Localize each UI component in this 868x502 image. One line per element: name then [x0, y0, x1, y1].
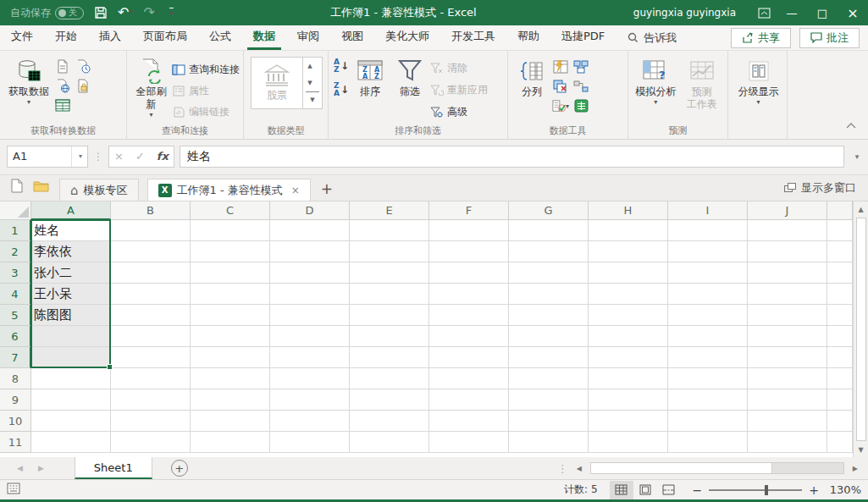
tab-split-handle[interactable]: ⋮: [557, 462, 568, 475]
cell-F1[interactable]: [429, 220, 509, 241]
from-web-icon[interactable]: [54, 77, 71, 94]
save-button[interactable]: [94, 6, 108, 19]
cell-H11[interactable]: [589, 432, 668, 453]
cell-G11[interactable]: [509, 432, 589, 453]
row-header-7[interactable]: 7: [0, 347, 31, 368]
cell-E6[interactable]: [350, 326, 429, 347]
cell-G8[interactable]: [509, 368, 589, 389]
remove-duplicates-icon[interactable]: [552, 78, 569, 95]
formula-bar-splitter[interactable]: ⋮: [93, 151, 103, 163]
cell-partial-1[interactable]: [827, 220, 853, 241]
cell-B3[interactable]: [111, 262, 191, 284]
cell-C6[interactable]: [191, 326, 270, 347]
cell-H8[interactable]: [589, 368, 668, 389]
cell-F5[interactable]: [429, 305, 509, 326]
normal-view-button[interactable]: [610, 481, 633, 499]
sort-ascending-button[interactable]: AZ↓: [334, 58, 349, 74]
cell-B9[interactable]: [111, 389, 191, 411]
cell-E9[interactable]: [350, 389, 429, 411]
cell-D10[interactable]: [270, 411, 350, 432]
cell-H10[interactable]: [589, 411, 668, 432]
col-header-partial[interactable]: [827, 201, 853, 220]
cell-B11[interactable]: [111, 432, 191, 453]
cell-I4[interactable]: [668, 284, 748, 305]
col-header-C[interactable]: C: [191, 201, 270, 220]
cell-F3[interactable]: [429, 262, 509, 284]
cell-A1[interactable]: 姓名: [31, 220, 111, 241]
cell-J11[interactable]: [748, 432, 827, 453]
next-sheet-icon[interactable]: ▶: [38, 464, 44, 472]
cell-F2[interactable]: [429, 241, 509, 262]
name-box-dropdown-icon[interactable]: ▾: [71, 146, 82, 167]
accessibility-status-icon[interactable]: [7, 483, 20, 497]
cell-partial-10[interactable]: [827, 411, 853, 432]
col-header-E[interactable]: E: [350, 201, 429, 220]
row-header-8[interactable]: 8: [0, 368, 31, 389]
cell-F6[interactable]: [429, 326, 509, 347]
consolidate-icon[interactable]: [572, 58, 589, 75]
cell-J6[interactable]: [748, 326, 827, 347]
account-user-name[interactable]: guyingxia guyingxia: [633, 7, 736, 19]
page-layout-view-button[interactable]: [633, 481, 657, 499]
confirm-entry-button[interactable]: ✓: [135, 150, 145, 163]
col-header-A[interactable]: A: [31, 201, 111, 220]
cell-partial-8[interactable]: [827, 368, 853, 389]
zoom-slider-thumb[interactable]: [765, 485, 768, 495]
close-document-tab-icon[interactable]: ×: [291, 185, 300, 196]
cell-G7[interactable]: [509, 347, 589, 368]
row-header-9[interactable]: 9: [0, 389, 31, 411]
cell-D9[interactable]: [270, 389, 350, 411]
col-header-J[interactable]: J: [748, 201, 827, 220]
page-break-view-button[interactable]: [657, 481, 681, 499]
redo-button[interactable]: ↷▾: [143, 6, 158, 19]
cell-D5[interactable]: [270, 305, 350, 326]
cell-C9[interactable]: [191, 389, 270, 411]
gallery-more-icon[interactable]: ▼: [306, 91, 319, 108]
cell-H5[interactable]: [589, 305, 668, 326]
sheet-tab-sheet1[interactable]: Sheet1: [75, 457, 152, 479]
cell-A11[interactable]: [31, 432, 111, 453]
cell-C1[interactable]: [191, 220, 270, 241]
minimize-button[interactable]: —: [777, 0, 807, 25]
col-header-G[interactable]: G: [509, 201, 589, 220]
cell-B10[interactable]: [111, 411, 191, 432]
cancel-entry-button[interactable]: ×: [114, 150, 124, 163]
ribbon-tab-页面布局[interactable]: 页面布局: [137, 25, 193, 50]
col-header-B[interactable]: B: [111, 201, 191, 220]
refresh-all-button[interactable]: 全部刷新▾: [132, 55, 170, 119]
horizontal-scrollbar[interactable]: [590, 462, 844, 474]
maximize-button[interactable]: □: [807, 0, 838, 25]
ribbon-tab-文件[interactable]: 文件: [5, 25, 39, 50]
zoom-percentage[interactable]: 130%: [826, 483, 861, 496]
cell-G9[interactable]: [509, 389, 589, 411]
cell-F10[interactable]: [429, 411, 509, 432]
cell-H1[interactable]: [589, 220, 668, 241]
queries-connections-button[interactable]: 查询和连接: [172, 60, 240, 79]
row-header-6[interactable]: 6: [0, 326, 31, 347]
cell-A2[interactable]: 李依依: [31, 241, 111, 262]
relationships-icon[interactable]: [572, 78, 589, 95]
share-button[interactable]: 共享: [731, 28, 791, 48]
cell-partial-9[interactable]: [827, 389, 853, 411]
row-header-10[interactable]: 10: [0, 411, 31, 432]
insert-function-button[interactable]: fx: [157, 150, 169, 163]
tell-me-box[interactable]: 告诉我: [628, 25, 677, 50]
template-zone-tab[interactable]: ⌂ 模板专区: [59, 179, 139, 201]
manage-data-model-icon[interactable]: [572, 97, 589, 114]
cell-I1[interactable]: [668, 220, 748, 241]
cell-J9[interactable]: [748, 389, 827, 411]
cell-E1[interactable]: [350, 220, 429, 241]
ribbon-display-options-button[interactable]: [751, 0, 777, 25]
cell-D2[interactable]: [270, 241, 350, 262]
data-validation-icon[interactable]: ▾: [552, 97, 569, 114]
cell-F7[interactable]: [429, 347, 509, 368]
what-if-analysis-button[interactable]: ? 模拟分析▾: [633, 55, 678, 107]
cell-A9[interactable]: [31, 389, 111, 411]
cell-C5[interactable]: [191, 305, 270, 326]
new-document-tab-button[interactable]: +: [311, 180, 343, 201]
cell-G1[interactable]: [509, 220, 589, 241]
cell-partial-6[interactable]: [827, 326, 853, 347]
cell-D8[interactable]: [270, 368, 350, 389]
zoom-out-button[interactable]: −: [693, 483, 703, 497]
cell-A5[interactable]: 陈图图: [31, 305, 111, 326]
